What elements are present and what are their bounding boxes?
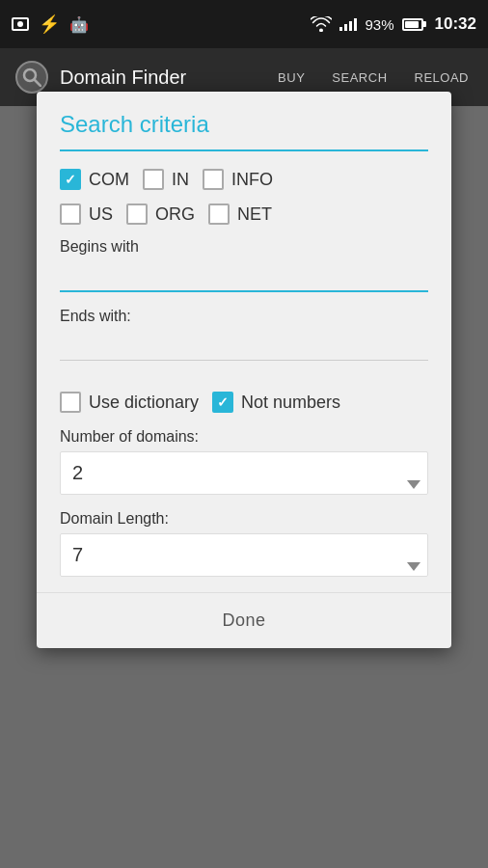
options-row: Use dictionary Not numbers [60,392,428,413]
net-checkbox[interactable] [208,203,230,225]
org-checkbox[interactable] [126,203,148,225]
status-time: 10:32 [435,14,476,34]
dialog-footer: Done [37,592,451,648]
use-dictionary-checkbox[interactable] [60,392,81,413]
dialog-content: Search criteria COM IN INFO [37,92,451,577]
checkbox-net: NET [208,203,272,225]
dialog-title: Search criteria [60,111,428,138]
not-numbers-item: Not numbers [212,392,340,413]
com-checkbox[interactable] [60,169,81,190]
number-of-domains-wrapper: 2 [60,451,428,495]
in-label: IN [172,170,189,190]
checkbox-us: US [60,203,113,225]
number-of-domains-section: Number of domains: 2 [60,428,428,495]
not-numbers-label: Not numbers [241,393,340,413]
toolbar-actions: BUY SEARCH RELOAD [274,67,473,89]
net-label: NET [237,204,272,225]
not-numbers-checkbox[interactable] [212,392,233,413]
photo-icon [12,17,29,31]
info-checkbox[interactable] [203,169,224,190]
checkbox-com: COM [60,169,129,190]
domain-length-label: Domain Length: [60,510,428,528]
use-dictionary-label: Use dictionary [89,393,199,413]
begins-with-input[interactable] [60,261,428,292]
ends-with-section: Ends with: [60,308,428,376]
checkbox-org: ORG [126,203,195,225]
number-of-domains-arrow-icon [407,480,420,489]
info-label: INFO [231,170,273,190]
search-criteria-dialog: Search criteria COM IN INFO [37,92,451,648]
number-of-domains-label: Number of domains: [60,428,428,446]
app-logo [15,61,48,94]
dialog-divider [60,149,428,151]
use-dictionary-item: Use dictionary [60,392,199,413]
domain-length-section: Domain Length: 7 [60,510,428,577]
search-logo-icon [22,68,41,87]
toolbar-title: Domain Finder [60,67,262,89]
status-bar-right: 93% 10:32 [311,14,476,34]
ends-with-label: Ends with: [60,308,428,325]
tld-row-2: US ORG NET [60,203,428,225]
status-bar: ⚡ 🤖 93% 10:32 [0,0,488,48]
number-of-domains-value[interactable]: 2 [60,451,428,495]
begins-with-label: Begins with [60,238,428,256]
wifi-icon [311,16,332,32]
done-button[interactable]: Done [37,593,451,648]
android-icon: 🤖 [69,15,89,34]
org-label: ORG [155,204,195,225]
signal-bars [339,17,357,31]
domain-length-value[interactable]: 7 [60,533,428,577]
com-label: COM [89,170,129,190]
in-checkbox[interactable] [143,169,164,190]
svg-line-1 [35,80,41,86]
checkbox-info: INFO [203,169,273,190]
battery-icon [402,18,423,31]
usb-icon: ⚡ [39,14,60,35]
domain-length-arrow-icon [407,562,420,571]
begins-with-section: Begins with [60,238,428,292]
us-label: US [89,204,113,225]
search-action[interactable]: SEARCH [328,67,391,89]
battery-percentage: 93% [365,16,393,33]
tld-row-1: COM IN INFO [60,169,428,190]
checkbox-in: IN [143,169,189,190]
us-checkbox[interactable] [60,203,81,225]
reload-action[interactable]: RELOAD [411,67,473,89]
ends-with-input[interactable] [60,331,428,361]
status-bar-left: ⚡ 🤖 [12,14,89,35]
buy-action[interactable]: BUY [274,67,309,89]
domain-length-wrapper: 7 [60,533,428,577]
